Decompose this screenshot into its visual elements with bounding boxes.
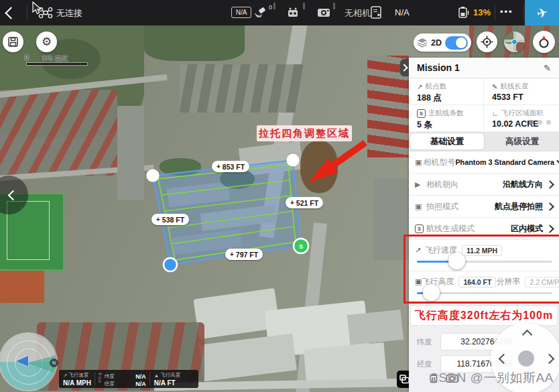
locate-me-button[interactable] [477,31,497,52]
speed-slider-thumb[interactable] [448,253,465,269]
edge-length-pill[interactable]: +853 FT [212,161,249,172]
annotation-note: 飞行高度320ft左右为100m [411,306,557,325]
start-point-label: S [299,243,303,250]
row-value: 区内模式 [511,223,543,235]
altitude-label: 飞行高度 [160,372,180,379]
edge-length-pill[interactable]: +538 FT [151,214,189,225]
map-mode-pill[interactable]: 2D [414,34,471,52]
chevron-right-icon [546,224,554,233]
stat-value: 4533 FT [492,92,559,102]
telemetry-bar: ↗飞行速度 N/A MPH WGS 纬度N/A 经度N/A ▲飞行高度 N/A … [59,370,198,388]
telemetry-altitude: ▲飞行高度 N/A FT [150,370,184,388]
latitude-label: 纬度 [105,373,115,380]
row-value: 沿航线方向 [503,179,543,190]
camera-icon: ▣ [415,158,422,167]
stat-label: 主航线条数 [428,109,464,118]
altitude-icon: ▲ [154,373,159,379]
dpad-center[interactable] [518,350,534,367]
tab-advanced-settings[interactable]: 高级设置 [485,132,559,151]
map-mode-toggle[interactable] [445,36,468,50]
crosshair-locate-icon [481,36,493,48]
divider [95,372,95,386]
edge-length-pill[interactable]: +521 FT [286,197,323,208]
row-route-generation-mode[interactable]: S 航线生成模式 区内模式 [409,218,559,240]
stat-value: 188 点 [417,92,483,104]
mission-header: Mission 1 ✎ [409,58,559,78]
gps-mode-badge: N/A [231,7,251,18]
compass-needle-icon [537,35,551,49]
dpad-up-icon[interactable] [522,330,533,340]
plus-icon: + [216,163,221,170]
longitude-value: N/A [135,381,146,387]
altitude-slider-thumb[interactable] [423,284,440,301]
speed-value: N/A MPH [63,379,91,387]
plus-icon: + [230,251,234,258]
tab-basic-settings[interactable]: 基础设置 [410,133,484,149]
compass-reset-button[interactable] [533,31,555,53]
dpad-right-icon[interactable] [544,354,555,365]
settings-button[interactable]: ⚙ [36,31,57,52]
row-camera-heading[interactable]: ▶ 相机朝向 沿航线方向 [409,174,559,196]
speed-icon: ↗ [415,246,425,255]
location-dot-icon [511,39,517,45]
minimap-button[interactable] [504,31,525,52]
pencil-line-icon: ✎ [492,83,497,90]
edit-pencil-icon[interactable]: ✎ [544,63,551,73]
floppy-save-icon [8,37,18,47]
chevron-right-icon [546,202,554,211]
edge-length-label: 521 FT [296,199,318,207]
waypoint-icon: ↗ [417,83,422,90]
row-value: Phantom 3 Standard Camera [455,158,554,166]
annotation-label: 拉托四角调整区域 [257,125,352,141]
chevron-right-icon [400,64,408,71]
page-dot-active [529,120,534,125]
stat-flight-area: ∟飞行区域面积 10.02 ACRE [484,105,559,132]
aircraft-heading-icon [16,356,28,367]
speed-icon: ↗ [63,373,67,379]
save-mission-button[interactable] [3,31,23,52]
corner-handle[interactable] [146,169,160,182]
chevron-right-icon [556,159,559,165]
altitude-setting-value: 164.0 FT [458,277,496,287]
page-dot [546,120,551,125]
compass-north-label: N [50,358,58,367]
row-camera-model[interactable]: ▣ 相机型号 Phantom 3 Standard Camera [409,151,559,174]
more-menu-button[interactable]: ••• [500,7,513,17]
resolution-value: 2.2 CM/PX [525,277,559,287]
flight-speed-setting: ↗ 飞行速度 11.2 MPH [409,240,559,271]
stat-mainline-count: S主航线条数 5 条 [409,105,484,132]
corner-handle[interactable] [286,153,300,167]
speed-slider-track[interactable] [417,261,552,263]
dpad-left-icon[interactable] [499,354,509,365]
telemetry-speed: ↗飞行速度 N/A MPH [59,370,95,388]
scale-distance-label: 375 英尺 [42,54,68,64]
row-photo-mode[interactable]: ▣ 拍照模式 航点悬停拍照 [409,196,559,218]
connection-status: 无连接 [56,7,82,19]
flight-area-polygon[interactable] [153,160,301,265]
edge-length-pill[interactable]: +797 FT [225,249,263,260]
altitude-value: N/A FT [154,379,180,387]
resolution-label: 分辨率 [496,276,520,287]
takeoff-button[interactable]: ✈ [525,0,559,25]
speed-label: 飞行速度 [68,372,88,379]
altitude-icon: ▣ [415,277,422,286]
corner-handle-selected[interactable] [164,258,177,271]
edge-length-label: 853 FT [223,163,245,171]
stats-page-dots[interactable] [529,120,551,125]
latitude-label: 纬度 [417,337,434,347]
stat-value: 5 条 [417,119,483,131]
stat-label: 航点数 [425,82,446,91]
mission-title: Mission 1 [417,62,544,73]
panel-collapse-tab[interactable] [400,59,409,76]
stat-waypoint-count: ↗航点数 188 点 [409,78,484,105]
row-label: 拍照模式 [426,201,495,212]
photo-camera-icon: ▣ [415,202,425,211]
airplane-takeoff-icon: ✈ [535,4,548,21]
row-value: 航点悬停拍照 [495,201,543,212]
row-label: 相机型号 [423,157,455,168]
telemetry-coords: 纬度N/A 经度N/A [105,370,149,388]
back-button[interactable] [5,7,17,19]
edge-length-label: 538 FT [162,216,184,224]
satellite-count: 0 [269,4,272,11]
start-point-handle[interactable]: S [294,239,308,253]
